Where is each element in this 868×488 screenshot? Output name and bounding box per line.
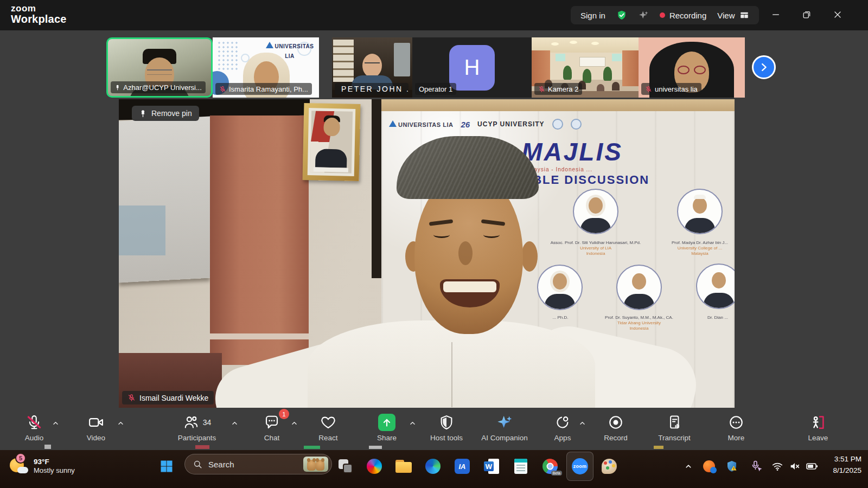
tray-volume-muted-icon[interactable] (787, 455, 803, 478)
sparkle-icon[interactable] (638, 10, 649, 21)
tray-antivirus-icon[interactable] (700, 455, 718, 478)
tray-mic-location-icon[interactable] (748, 455, 766, 478)
close-button[interactable] (828, 7, 847, 23)
speaker-photo-2 (677, 189, 723, 234)
portrait-suit (315, 149, 347, 168)
speaker-caption-1: Assoc. Prof. Dr. Siti Yulidhar Harunasar… (547, 240, 644, 256)
start-button[interactable] (154, 454, 179, 479)
toolbar-participants[interactable]: 34 Participants (171, 412, 223, 442)
speaker-caption-2: Prof. Madya Dr. Azhar bin J... Universit… (651, 240, 735, 256)
audio-options-caret[interactable] (51, 419, 60, 428)
chrome-beta-button[interactable]: Beta (538, 454, 563, 479)
task-view-icon (339, 459, 353, 473)
ceiling-lights (570, 41, 577, 44)
toolbar-leave[interactable]: Leave (792, 412, 844, 442)
sign-in-button[interactable]: Sign in (580, 11, 605, 20)
participants-options-caret[interactable] (230, 419, 239, 428)
video-thumbnail-ismarita[interactable]: UNIVERSITAS LIA Ismarita Ramayanti, Ph..… (213, 37, 319, 98)
speaker-name-tag: Ismail Suardi Wekke (122, 391, 214, 404)
video-options-caret[interactable] (116, 419, 125, 428)
chat-options-caret[interactable] (290, 419, 299, 428)
right-eye (483, 232, 500, 238)
tray-security-warning-icon[interactable] (723, 455, 741, 478)
background-window-artifact (369, 446, 382, 449)
antivirus-icon (703, 460, 715, 472)
toolbar-label: Share (361, 434, 413, 442)
plants-shape (563, 66, 572, 80)
file-explorer-button[interactable] (391, 454, 416, 479)
zoom-app-button[interactable]: zoom (567, 454, 592, 479)
ucyp-logo: UCYP UNIVERSITY (477, 120, 544, 128)
projected-content (119, 206, 165, 255)
task-view-button[interactable] (333, 454, 358, 479)
lia-app-button[interactable]: IA (450, 454, 475, 479)
edge-button[interactable] (420, 454, 445, 479)
left-eye (433, 232, 450, 238)
apps-options-caret[interactable] (578, 419, 587, 428)
paint-button[interactable] (597, 454, 622, 479)
participant-label: Ismarita Ramayanti, Ph... (215, 83, 312, 95)
weather-temp: 93°F (34, 457, 75, 467)
video-thumbnail-universitas-lia[interactable]: universitas lia (639, 37, 745, 98)
edge-icon (425, 459, 441, 474)
taskbar-search[interactable]: Search (184, 454, 332, 474)
toolbar-label: Apps (537, 434, 589, 442)
video-thumbnail-azhar[interactable]: Azhar@UCYP Universi... (106, 37, 213, 98)
speaker-shirt (308, 320, 595, 408)
clock-time: 3:51 PM (833, 454, 861, 465)
restore-button[interactable] (797, 7, 816, 23)
zoom-app-icon: zoom (572, 458, 588, 474)
logo-triangle (389, 120, 397, 127)
main-pinned-video[interactable]: UNIVERSITAS LIA 26 UCYP UNIVERSITY MAJLI… (119, 99, 735, 408)
share-options-caret[interactable] (408, 419, 417, 428)
toolbar-transcript[interactable]: Transcript (648, 412, 700, 442)
door-edge (372, 99, 381, 278)
search-icon (193, 459, 203, 470)
taskbar-clock[interactable]: 3:51 PM 8/1/2025 (833, 454, 861, 477)
toolbar-record[interactable]: Record (590, 412, 642, 442)
bookshelf-shape (333, 40, 354, 82)
pin-icon (114, 84, 120, 91)
notepad-button[interactable] (508, 454, 533, 479)
toolbar-share[interactable]: Share (361, 412, 413, 442)
participant-name: Azhar@UCYP Universi... (123, 84, 201, 92)
file-explorer-icon (395, 460, 412, 473)
video-thumbnail-operator1[interactable]: H Operator 1 (412, 37, 532, 98)
toolbar-more[interactable]: More (710, 412, 762, 442)
view-button[interactable]: View (717, 10, 749, 20)
participant-name: Operator 1 (419, 85, 452, 93)
toolbar-react[interactable]: React (302, 412, 354, 442)
speaker-photo-4 (616, 265, 662, 310)
video-thumbnail-kamera2[interactable]: Kamera 2 (532, 37, 639, 98)
portrait-head (323, 118, 340, 137)
banner-top-beam (381, 99, 735, 111)
zoom-meeting-window: zoom Workplace Sign in Recording View (0, 0, 868, 488)
word-button[interactable]: W (479, 454, 504, 479)
copilot-button[interactable] (362, 454, 387, 479)
toolbar-video[interactable]: Video (70, 412, 122, 442)
search-daily-image[interactable] (303, 457, 328, 472)
tray-wifi-icon[interactable] (769, 455, 786, 478)
zoom-workplace-logo: zoom Workplace (11, 4, 67, 25)
universitas-lia-logo: UNIVERSITAS LIA (389, 119, 453, 129)
circle-logo-2 (571, 119, 582, 130)
glasses-left-lens (678, 66, 690, 74)
video-thumbnail-peter[interactable]: PETER JOHN ... (332, 37, 412, 98)
next-page-button[interactable] (752, 55, 776, 79)
framed-portrait (303, 103, 361, 181)
toolbar-host-tools[interactable]: Host tools (420, 412, 473, 442)
toolbar-ai-companion[interactable]: AI Companion (478, 412, 531, 442)
cabinet-shape (394, 43, 410, 76)
tray-battery-icon[interactable] (804, 455, 820, 478)
remove-pin-button[interactable]: Remove pin (132, 106, 199, 121)
recording-label: Recording (669, 11, 706, 20)
recording-indicator[interactable]: Recording (660, 11, 706, 20)
weather-widget[interactable]: 5 93°F Mostly sunny (9, 456, 75, 476)
participant-name: universitas lia (655, 85, 698, 93)
banner-logos-row: UNIVERSITAS LIA 26 UCYP UNIVERSITY (389, 119, 582, 130)
tray-hidden-icons[interactable] (679, 455, 698, 478)
windows-logo-icon (159, 459, 174, 474)
portrait-caption (314, 167, 348, 172)
lia-app-icon: IA (455, 459, 470, 474)
minimize-button[interactable] (767, 7, 785, 23)
